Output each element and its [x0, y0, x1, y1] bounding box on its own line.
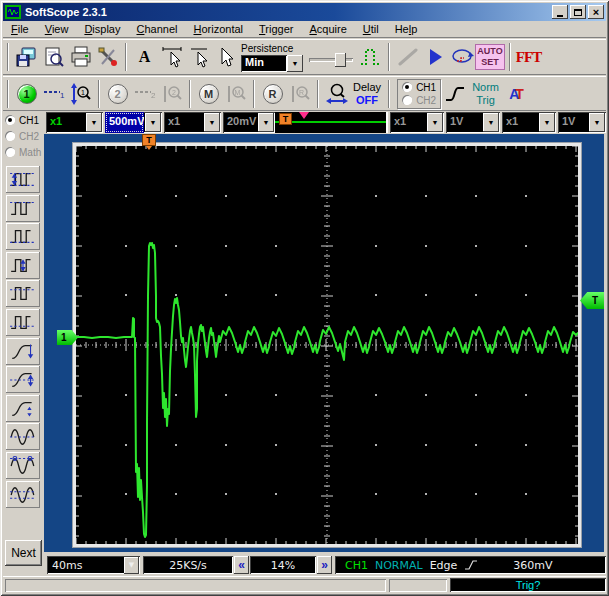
trigger-source-ch2[interactable]: CH2 [402, 94, 436, 107]
menu-file[interactable]: File [3, 22, 37, 36]
menu-horizontal[interactable]: Horizontal [185, 22, 251, 36]
channel-radio-ch2[interactable]: CH2 [3, 128, 44, 144]
max-measure-button[interactable] [6, 195, 40, 222]
a-t-icon-t: T [515, 86, 524, 102]
ch2-offset-button[interactable]: 2 [131, 80, 158, 107]
rise-level-measure-button[interactable] [6, 366, 40, 393]
chevron-down-icon[interactable]: ▼ [124, 557, 139, 574]
max-measure-icon [9, 197, 37, 221]
close-button[interactable]: × [588, 5, 604, 19]
cursor-level-button[interactable] [185, 44, 212, 71]
loop-acquire-button[interactable] [448, 44, 475, 71]
persistence-value: Min [241, 55, 287, 72]
trigger-position-bar[interactable]: T [273, 112, 388, 133]
settings-tools-icon [96, 45, 120, 69]
text-tool-button[interactable]: A [131, 44, 158, 71]
persistence-slider[interactable] [309, 50, 353, 70]
rms-measure-button[interactable] [6, 481, 40, 508]
pulse-icon [359, 45, 383, 69]
scroll-right-button[interactable]: » [317, 556, 332, 574]
print-button[interactable] [67, 44, 94, 71]
minimize-button[interactable] [552, 5, 568, 19]
chevron-down-icon[interactable]: ▼ [86, 113, 102, 132]
ch1-button[interactable]: 1 [13, 80, 40, 107]
save-icon [15, 45, 39, 69]
channel-radio-math[interactable]: Math [3, 144, 44, 160]
line-tool-button[interactable] [394, 44, 421, 71]
hzoom-button[interactable] [323, 80, 350, 107]
delay-control[interactable]: Delay OFF [353, 81, 381, 106]
print-preview-button[interactable] [40, 44, 67, 71]
pkpk-measure-button[interactable] [6, 166, 40, 193]
edge-levels-measure-button[interactable] [6, 395, 40, 422]
edge-slope-icon [464, 559, 478, 571]
cursor-time-button[interactable] [158, 44, 185, 71]
scale-dropdown-4[interactable]: 20mV▼ [223, 112, 275, 133]
edge-slope-button[interactable] [441, 80, 468, 107]
chevron-down-icon[interactable]: ▼ [204, 113, 220, 132]
norm-trig-label[interactable]: Norm Trig [472, 81, 499, 105]
autoset-button[interactable]: AUTO SET [475, 44, 505, 70]
scale-dropdown-8[interactable]: 1V▼ [558, 112, 606, 133]
mean-measure-button[interactable] [6, 423, 40, 450]
scale-dropdown-1[interactable]: x1▼ [46, 112, 103, 133]
trig-label: Trig [472, 94, 499, 106]
pointer-button[interactable] [212, 44, 239, 71]
radio-icon [5, 115, 15, 125]
math-vzoom-button[interactable]: M [222, 80, 249, 107]
menu-channel[interactable]: Channel [128, 22, 185, 36]
amplitude-measure-button[interactable] [6, 252, 40, 279]
status-panel [389, 579, 447, 592]
channel-radio-ch1[interactable]: CH1 [3, 112, 44, 128]
ch1-vzoom-button[interactable]: 1 [67, 80, 94, 107]
math-button[interactable]: M [195, 80, 222, 107]
fft-button[interactable]: FFT [515, 44, 542, 71]
base-measure-button[interactable] [6, 309, 40, 336]
chevron-down-icon[interactable]: ▼ [258, 113, 274, 132]
chevron-down-icon[interactable]: ▼ [145, 113, 161, 132]
trigger-source-ch1[interactable]: CH1 [402, 81, 436, 94]
persistence-dropdown[interactable]: Min ▼ [241, 55, 303, 72]
pulse-display-button[interactable] [357, 44, 384, 71]
scale-dropdown-3[interactable]: x1▼ [164, 112, 221, 133]
scale-dropdown-6[interactable]: 1V▼ [446, 112, 500, 133]
scale-dropdown-2[interactable]: 500mV▼ [105, 112, 162, 133]
scale-dropdown-5[interactable]: x1▼ [390, 112, 444, 133]
rise-time-measure-button[interactable] [6, 338, 40, 365]
menu-display[interactable]: Display [76, 22, 128, 36]
min-measure-button[interactable] [6, 223, 40, 250]
channel-select-group: CH1CH2Math [3, 112, 44, 160]
top-measure-button[interactable] [6, 280, 40, 307]
chevron-down-icon[interactable]: ▼ [589, 113, 605, 132]
auto-trigger-button[interactable]: AT [503, 80, 530, 107]
ch2-button[interactable]: 2 [104, 80, 131, 107]
trigger-time-top-marker[interactable]: T [142, 134, 156, 146]
settings-tools-button[interactable] [94, 44, 121, 71]
maximize-button[interactable] [570, 5, 586, 19]
next-button[interactable]: Next [5, 540, 42, 566]
menu-acquire[interactable]: Acquire [301, 22, 354, 36]
chevron-down-icon[interactable]: ▼ [427, 113, 443, 132]
timebase-dropdown[interactable]: 40ms ▼ [47, 556, 140, 574]
save-button[interactable] [13, 44, 40, 71]
trigger-time-marker[interactable]: T [279, 113, 292, 125]
chevron-down-icon[interactable]: ▼ [287, 55, 303, 72]
menu-view[interactable]: View [37, 22, 77, 36]
ch1-offset-button[interactable]: 1 [40, 80, 67, 107]
run-button[interactable] [421, 44, 448, 71]
slider-thumb[interactable] [335, 53, 346, 67]
chevron-down-icon[interactable]: ▼ [539, 113, 555, 132]
trigger-level-marker[interactable]: T [580, 292, 604, 309]
menu-trigger[interactable]: Trigger [251, 22, 301, 36]
ch2-vzoom-button[interactable]: 2 [158, 80, 185, 107]
scale-dropdown-7[interactable]: x1▼ [502, 112, 556, 133]
peak-marks-measure-button[interactable] [6, 452, 40, 479]
menu-help[interactable]: Help [387, 22, 426, 36]
ref-button[interactable]: R [259, 80, 286, 107]
ref-vzoom-button[interactable]: R [286, 80, 313, 107]
display-position-marker[interactable] [299, 112, 309, 119]
scroll-left-button[interactable]: « [234, 556, 249, 574]
chevron-down-icon[interactable]: ▼ [483, 113, 499, 132]
trigger-channel: CH1 [345, 559, 368, 572]
menu-util[interactable]: Util [355, 22, 387, 36]
